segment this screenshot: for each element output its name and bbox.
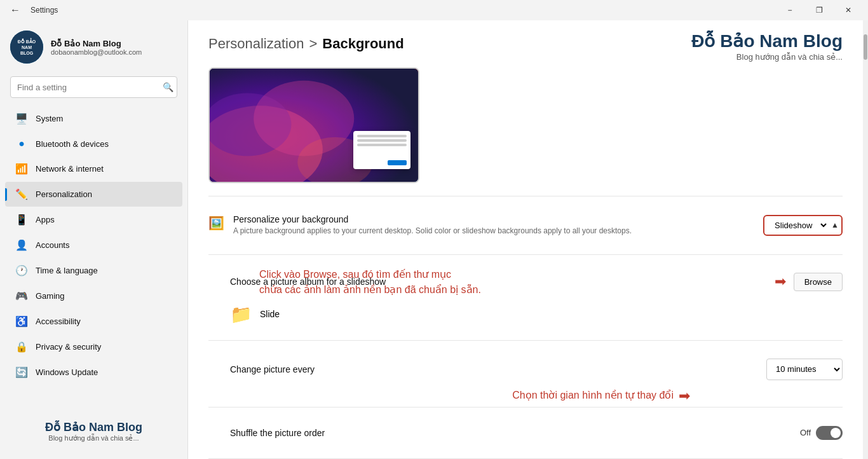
setting-row-album: Choose a picture album for a slideshow ➡…: [208, 265, 843, 299]
user-name: Đỗ Bảo Nam Blog: [51, 39, 142, 48]
setting-title: Shuffle the picture order: [230, 428, 325, 438]
sidebar-item-accounts[interactable]: 👤 Accounts: [5, 233, 182, 257]
setting-row-change-picture: Change picture every 1 minute 10 minutes…: [208, 351, 843, 388]
search-box: 🔍: [10, 76, 177, 98]
sidebar-item-label: Privacy & security: [36, 342, 101, 352]
sidebar-item-label: System: [36, 114, 63, 123]
timing-arrow-icon: ➡: [679, 388, 690, 404]
breadcrumb-current: Background: [322, 36, 403, 52]
setting-row-left: 🖼️ Personalize your background A picture…: [208, 214, 763, 236]
titlebar-title: Settings: [31, 6, 58, 15]
accounts-icon: 👤: [15, 239, 28, 251]
bluetooth-icon: ●: [15, 138, 28, 149]
setting-row-left: Change picture every: [208, 364, 766, 374]
setting-row-personalize-bg: 🖼️ Personalize your background A picture…: [208, 207, 843, 244]
sidebar-item-label: Accessibility: [36, 317, 81, 326]
dialog-line: [357, 144, 407, 146]
dialog-line: [357, 135, 407, 137]
sidebar-item-label: Windows Update: [36, 367, 98, 377]
setting-row-text: Personalize your background A picture ba…: [233, 214, 632, 236]
sidebar-brand-sub: Blog hướng dẫn và chia sẻ...: [10, 434, 177, 442]
sidebar-item-label: Apps: [36, 215, 55, 224]
personalization-icon: ✏️: [15, 188, 28, 200]
sidebar-brand-name: Đỗ Bảo Nam Blog: [10, 420, 177, 434]
folder-icon: 📁: [230, 304, 252, 325]
content-area: Đỗ Bảo Nam Blog Blog hướng dẫn và chia s…: [187, 20, 863, 459]
setting-row-shuffle: Shuffle the picture order Off: [208, 418, 843, 448]
folder-label: Slide: [260, 309, 280, 319]
desktop-preview: Đỗ Bảo Nam Blog: [208, 67, 419, 183]
sidebar-item-network[interactable]: 📶 Network & internet: [5, 156, 182, 181]
sidebar-branding: Đỗ Bảo Nam Blog Blog hướng dẫn và chia s…: [0, 410, 187, 453]
slideshow-dropdown-wrapper: Picture Slideshow Solid color ▲: [763, 215, 843, 236]
slideshow-select[interactable]: Picture Slideshow Solid color: [767, 217, 829, 233]
setting-row-left: Shuffle the picture order: [208, 428, 800, 438]
update-icon: 🔄: [15, 366, 28, 378]
privacy-icon: 🔒: [15, 341, 28, 353]
sidebar-item-apps[interactable]: 📱 Apps: [5, 207, 182, 232]
user-info: Đỗ Bảo Nam Blog dobaonamblog@outlook.com: [51, 39, 142, 56]
sidebar-item-label: Network & internet: [36, 164, 104, 174]
top-branding: Đỗ Bảo Nam Blog Blog hướng dẫn và chia s…: [691, 31, 843, 62]
top-brand-name: Đỗ Bảo Nam Blog: [691, 31, 843, 52]
dialog-line: [357, 139, 407, 142]
back-button[interactable]: ←: [5, 2, 25, 18]
preview-dialog: [353, 131, 410, 169]
setting-section-bg: 🖼️ Personalize your background A picture…: [208, 196, 843, 254]
setting-section-album: Choose a picture album for a slideshow ➡…: [208, 254, 843, 340]
breadcrumb-parent[interactable]: Personalization: [208, 36, 304, 52]
svg-text:NAM: NAM: [22, 45, 32, 50]
setting-row-right-shuffle: Off: [800, 426, 843, 440]
titlebar-controls: − ❐ ✕: [775, 0, 863, 20]
setting-row-right-slideshow: Picture Slideshow Solid color ▲: [763, 215, 843, 236]
sidebar: ĐỖ BẢO NAM BLOG Đỗ Bảo Nam Blog dobaonam…: [0, 20, 187, 459]
sidebar-item-personalization[interactable]: ✏️ Personalization: [5, 182, 182, 207]
setting-section-shuffle: Shuffle the picture order Off: [208, 407, 843, 458]
scrollbar-thumb[interactable]: [864, 34, 867, 60]
chevron-up-icon: ▲: [831, 221, 839, 230]
titlebar: ← Settings − ❐ ✕: [0, 0, 868, 20]
browse-button[interactable]: Browse: [794, 273, 843, 291]
annotation-timing-text: Chọn thời gian hình nền tự thay đổi: [512, 388, 674, 403]
image-icon: 🖼️: [208, 216, 224, 231]
shuffle-toggle[interactable]: [816, 426, 843, 440]
minimize-button[interactable]: −: [775, 0, 804, 20]
annotation-timing: Chọn thời gian hình nền tự thay đổi ➡: [512, 388, 690, 404]
accessibility-icon: ♿: [15, 315, 28, 327]
titlebar-left: ← Settings: [5, 2, 58, 18]
folder-row: 📁 Slide Click vào Browse, sau đó tìm đến…: [208, 299, 843, 330]
network-icon: 📶: [15, 163, 28, 175]
search-icon[interactable]: 🔍: [163, 82, 173, 92]
sidebar-item-privacy[interactable]: 🔒 Privacy & security: [5, 334, 182, 359]
dialog-button: [388, 160, 407, 165]
sidebar-item-gaming[interactable]: 🎮 Gaming: [5, 284, 182, 308]
change-picture-select[interactable]: 1 minute 10 minutes 30 minutes 1 hour 6 …: [766, 359, 843, 380]
sidebar-item-label: Accounts: [36, 240, 69, 250]
sidebar-item-time[interactable]: 🕐 Time & language: [5, 258, 182, 283]
top-brand-subtitle: Blog hướng dẫn và chia sẻ...: [691, 52, 843, 62]
main-container: ĐỖ BẢO NAM BLOG Đỗ Bảo Nam Blog dobaonam…: [0, 20, 868, 459]
sidebar-item-bluetooth[interactable]: ● Bluetooth & devices: [5, 132, 182, 156]
sidebar-item-system[interactable]: 🖥️ System: [5, 106, 182, 131]
sidebar-item-label: Bluetooth & devices: [36, 139, 109, 149]
setting-row-text: Shuffle the picture order: [208, 428, 325, 438]
sidebar-nav: 🖥️ System ● Bluetooth & devices 📶 Networ…: [0, 106, 187, 385]
sidebar-item-accessibility[interactable]: ♿ Accessibility: [5, 309, 182, 334]
system-icon: 🖥️: [15, 113, 28, 125]
browse-arrow-icon: ➡: [775, 273, 786, 290]
maximize-button[interactable]: ❐: [804, 0, 834, 20]
setting-row-text: Change picture every: [208, 364, 315, 374]
sidebar-item-update[interactable]: 🔄 Windows Update: [5, 360, 182, 385]
shuffle-toggle-label: Off: [800, 428, 811, 437]
scrollbar-track[interactable]: [863, 20, 868, 459]
sidebar-item-label: Time & language: [36, 266, 98, 275]
apps-icon: 📱: [15, 214, 28, 226]
close-button[interactable]: ✕: [834, 0, 863, 20]
user-profile[interactable]: ĐỖ BẢO NAM BLOG Đỗ Bảo Nam Blog dobaonam…: [0, 20, 187, 74]
user-email: dobaonamblog@outlook.com: [51, 48, 142, 56]
sidebar-item-label: Personalization: [36, 189, 92, 199]
search-input[interactable]: [10, 76, 177, 98]
setting-title: Change picture every: [230, 364, 315, 374]
breadcrumb-sep: >: [309, 36, 317, 52]
sidebar-item-label: Gaming: [36, 291, 65, 301]
